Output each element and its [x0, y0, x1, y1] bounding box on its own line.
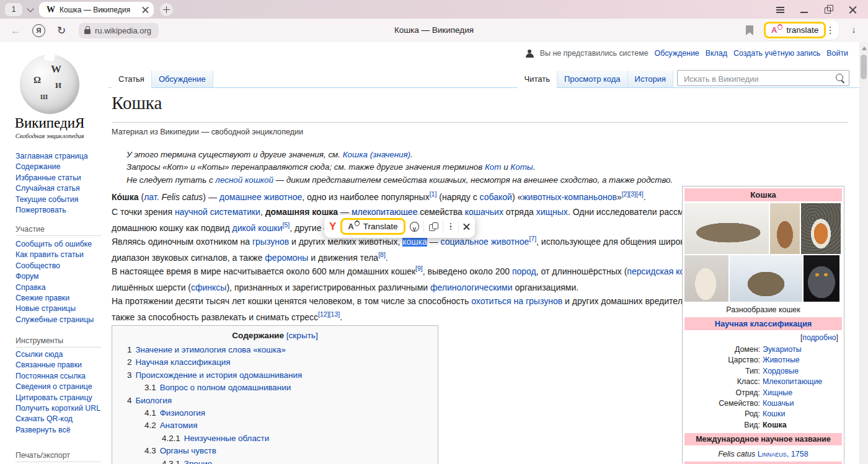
taxonomy-value[interactable]: Хищные [763, 388, 792, 398]
retell-icon[interactable] [410, 222, 420, 232]
separator [458, 221, 459, 232]
cat-photo-siamese[interactable] [684, 255, 728, 302]
url-text: ru.wikipedia.org [95, 26, 151, 35]
personal-link[interactable]: Создать учётную запись [733, 49, 820, 58]
sidebar-link[interactable]: Развернуть всё [16, 425, 102, 436]
new-tab-button[interactable] [160, 3, 173, 16]
taxonomy-value[interactable]: Кошка [763, 420, 787, 431]
taxobox: Кошка Разнообразие кошек Научная классиф… [682, 186, 844, 464]
taxonomy-value[interactable]: Эукариоты [763, 344, 802, 355]
sidebar-link[interactable]: Ссылки сюда [16, 349, 102, 360]
address-bar[interactable]: ru.wikipedia.org [79, 23, 159, 38]
bookmark-icon[interactable] [746, 25, 753, 35]
namespace-tab[interactable]: Статья [112, 71, 152, 88]
toc-link[interactable]: Зрение [184, 459, 212, 464]
cat-photo-abyssinian[interactable] [770, 203, 800, 254]
sidebar-link[interactable]: Сведения о странице [16, 382, 102, 392]
sidebar-link[interactable]: Содержание [16, 162, 102, 172]
reload-icon[interactable]: ↻ [57, 19, 66, 42]
toc-link[interactable]: Физиология [160, 408, 205, 418]
sidebar-link[interactable]: Связанные правки [16, 360, 102, 370]
restore-window-icon[interactable] [824, 5, 834, 15]
back-icon[interactable]: ← [10, 19, 21, 42]
minimize-icon[interactable] [800, 5, 810, 15]
menu-icon[interactable] [776, 5, 786, 15]
sidebar-link[interactable]: Новые страницы [16, 304, 102, 314]
scroll-up-icon[interactable] [862, 46, 867, 50]
view-tab[interactable]: Просмотр кода [557, 71, 628, 88]
selection-toolbar-popup: Translate [324, 215, 475, 238]
close-icon[interactable] [463, 223, 470, 230]
toc-link[interactable]: Органы чувств [160, 446, 216, 455]
sidebar-link[interactable]: Сообщить об ошибке [16, 239, 102, 250]
sidebar-link[interactable]: Случайная статья [16, 183, 102, 194]
wiki-search-input[interactable] [683, 71, 834, 86]
toc-link[interactable]: Неизученные области [184, 434, 269, 443]
sidebar-link[interactable]: Получить короткий URL [16, 403, 102, 414]
popup-close[interactable] [463, 221, 470, 232]
taxonomy-value[interactable]: Млекопитающие [763, 377, 822, 387]
tab-counter[interactable]: 1 [5, 3, 22, 16]
toc-link[interactable]: Анатомия [160, 421, 198, 430]
yandex-browser-icon[interactable] [32, 24, 45, 37]
toc-link[interactable]: Вопрос о полном одомашнивании [160, 383, 291, 392]
toc-link[interactable]: Научная классификация [135, 357, 230, 367]
sidebar-link[interactable]: Цитировать страницу [16, 393, 102, 403]
toc-item: 4.1Физиология [112, 407, 438, 419]
sidebar-link[interactable]: Служебные страницы [16, 315, 102, 325]
toc-link[interactable]: Биология [135, 396, 171, 405]
detail-link[interactable]: [подробно] [684, 332, 842, 344]
chevron-down-icon[interactable] [27, 6, 34, 13]
lock-icon [84, 29, 91, 34]
sidebar-link[interactable]: Скачать QR-код [16, 414, 102, 424]
browser-window: 1 Кошка — Википедия Кошка — Википедия ← … [0, 0, 868, 464]
sidebar-link[interactable]: Заглавная страница [16, 151, 102, 162]
toc-link[interactable]: Происхождение и история одомашнивания [135, 370, 302, 380]
separator [443, 221, 443, 232]
personal-link[interactable]: Обсуждение [655, 49, 699, 58]
sidebar-link[interactable]: Сообщество [16, 261, 102, 271]
personal-link[interactable]: Войти [826, 49, 848, 58]
more-options-icon[interactable] [826, 25, 835, 35]
wikipedia-globe-logo[interactable] [20, 55, 79, 114]
sidebar-link[interactable]: Как править статьи [16, 250, 102, 260]
taxonomy-rank: Домен: [684, 344, 760, 355]
popup-translate-button[interactable]: Translate [340, 218, 405, 235]
taxonomy-value[interactable]: Кошки [763, 409, 785, 419]
view-tab[interactable]: История [628, 71, 673, 88]
taxonomy-value[interactable]: Животные [763, 355, 800, 366]
close-window-icon[interactable] [848, 5, 858, 15]
view-tab[interactable]: Читать [518, 71, 557, 88]
sidebar-link[interactable]: Форум [16, 271, 102, 282]
toc-link[interactable]: Значение и этимология слова «кошка» [135, 345, 286, 354]
taxonomy-value[interactable]: Хордовые [763, 366, 799, 377]
sidebar-link[interactable]: Свежие правки [16, 293, 102, 304]
more-options-icon[interactable] [448, 222, 454, 232]
classification-header[interactable]: Научная классификация [684, 317, 842, 330]
sidebar-link[interactable]: Пожертвовать [16, 205, 102, 216]
sidebar-link[interactable]: Постоянная ссылка [16, 371, 102, 382]
cat-photo-gray[interactable] [804, 255, 839, 302]
translate-button[interactable]: translate [764, 22, 826, 38]
cat-photo-tabby-snow[interactable] [730, 255, 802, 302]
personal-link[interactable]: Вклад [706, 49, 727, 58]
sidebar-link[interactable]: Текущие события [16, 195, 102, 205]
cat-photo-red-white[interactable] [801, 203, 841, 254]
download-icon[interactable]: ↓ [848, 24, 859, 37]
copy-icon[interactable] [428, 222, 438, 232]
personal-links: ОбсуждениеВкладСоздать учётную записьВой… [655, 49, 848, 58]
sidebar-link[interactable]: Справка [16, 282, 102, 293]
title-rule [112, 122, 848, 123]
yandex-logo-icon [329, 221, 336, 233]
browser-tab[interactable]: Кошка — Википедия [39, 2, 154, 17]
search-icon[interactable] [836, 74, 843, 81]
toc-hide-link[interactable]: [скрыть] [286, 331, 318, 340]
toc-number: 4 [127, 396, 131, 405]
scrollbar-thumb[interactable] [861, 55, 867, 79]
cat-photo-tabby-lying[interactable] [684, 203, 769, 254]
namespace-tab[interactable]: Обсуждение [152, 71, 213, 88]
tab-close-icon[interactable] [142, 6, 149, 13]
sidebar-link[interactable]: Избранные статьи [16, 173, 102, 183]
page-scrollbar[interactable] [859, 42, 868, 464]
taxonomy-value[interactable]: Кошачьи [763, 398, 794, 409]
